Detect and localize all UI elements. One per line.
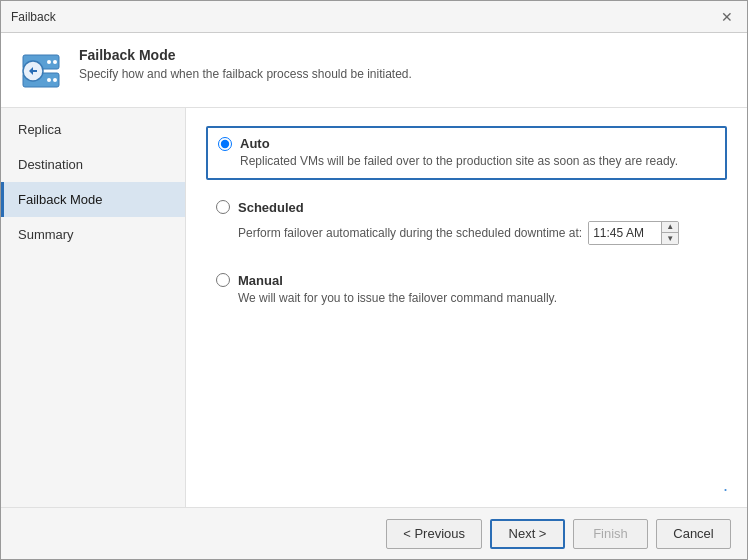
option-scheduled-label: Scheduled <box>238 200 304 215</box>
cancel-button[interactable]: Cancel <box>656 519 731 549</box>
next-button[interactable]: Next > <box>490 519 565 549</box>
option-manual: Manual We will wait for you to issue the… <box>206 265 727 315</box>
window: Failback ✕ Failback Mode Specify how and… <box>0 0 748 560</box>
svg-point-4 <box>53 78 57 82</box>
radio-auto[interactable] <box>218 137 232 151</box>
option-auto-label: Auto <box>240 136 270 151</box>
header-description: Specify how and when the failback proces… <box>79 67 412 81</box>
option-group: Auto Replicated VMs will be failed over … <box>206 126 727 315</box>
scheduled-desc: Perform failover automatically during th… <box>238 226 582 240</box>
main-content: Auto Replicated VMs will be failed over … <box>186 108 747 507</box>
time-input[interactable] <box>589 222 661 244</box>
option-auto: Auto Replicated VMs will be failed over … <box>206 126 727 180</box>
svg-point-3 <box>47 60 51 64</box>
window-title: Failback <box>11 10 56 24</box>
header-title: Failback Mode <box>79 47 412 63</box>
title-bar-left: Failback <box>11 10 56 24</box>
close-button[interactable]: ✕ <box>717 7 737 27</box>
title-bar: Failback ✕ <box>1 1 747 33</box>
header-icon <box>17 47 65 95</box>
sidebar-item-replica[interactable]: Replica <box>1 112 185 147</box>
sidebar: Replica Destination Failback Mode Summar… <box>1 108 186 507</box>
sidebar-item-failback-mode[interactable]: Failback Mode <box>1 182 185 217</box>
radio-scheduled[interactable] <box>216 200 230 214</box>
time-spin-down[interactable]: ▼ <box>662 233 678 244</box>
radio-manual[interactable] <box>216 273 230 287</box>
previous-button[interactable]: < Previous <box>386 519 482 549</box>
header-text: Failback Mode Specify how and when the f… <box>79 47 412 81</box>
option-scheduled: Scheduled Perform failover automatically… <box>206 192 727 253</box>
svg-point-5 <box>47 78 51 82</box>
option-auto-label-row: Auto <box>218 136 715 151</box>
option-scheduled-label-row: Scheduled <box>216 200 717 215</box>
decorative-dot: · <box>723 479 728 500</box>
header: Failback Mode Specify how and when the f… <box>1 33 747 108</box>
sidebar-item-summary[interactable]: Summary <box>1 217 185 252</box>
option-manual-label-row: Manual <box>216 273 717 288</box>
option-auto-desc: Replicated VMs will be failed over to th… <box>240 153 715 170</box>
option-manual-desc: We will wait for you to issue the failov… <box>238 290 717 307</box>
footer: < Previous Next > Finish Cancel <box>1 507 747 559</box>
finish-button[interactable]: Finish <box>573 519 648 549</box>
sidebar-item-destination[interactable]: Destination <box>1 147 185 182</box>
svg-point-2 <box>53 60 57 64</box>
time-spin-up[interactable]: ▲ <box>662 222 678 234</box>
content: Replica Destination Failback Mode Summar… <box>1 108 747 507</box>
time-spinner: ▲ ▼ <box>661 222 678 244</box>
scheduled-row: Perform failover automatically during th… <box>238 221 717 245</box>
time-input-wrapper: ▲ ▼ <box>588 221 679 245</box>
option-manual-label: Manual <box>238 273 283 288</box>
